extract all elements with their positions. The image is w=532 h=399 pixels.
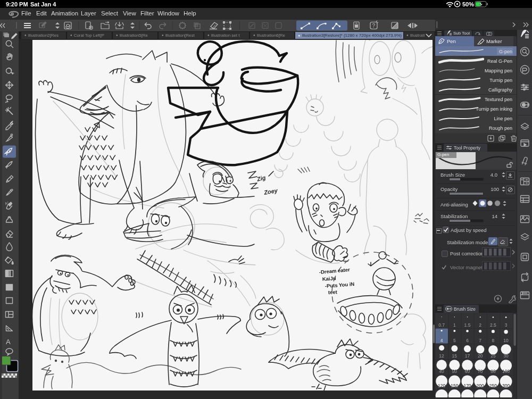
svg-text:300: 300 [502,383,510,388]
svg-text:800: 800 [489,396,497,397]
svg-text:70: 70 [478,369,483,374]
svg-text:20: 20 [478,353,483,359]
svg-text:KaiJu: KaiJu [322,275,336,282]
svg-text:-Puts You iN: -Puts You iN [325,281,354,289]
svg-text:Zoey: Zoey [263,187,278,196]
svg-text:8: 8 [492,337,495,343]
svg-text:1: 1 [453,322,456,327]
svg-text:2: 2 [479,322,481,327]
svg-text:1000: 1000 [501,396,511,397]
svg-text:25: 25 [491,353,496,359]
svg-text:80: 80 [491,369,496,374]
svg-text:40: 40 [439,369,444,374]
svg-text:10: 10 [503,337,509,343]
svg-text:170: 170 [463,383,471,388]
svg-text:60: 60 [465,369,470,374]
svg-text:17: 17 [465,353,470,359]
svg-text:200: 200 [477,383,484,388]
svg-text:15: 15 [452,353,458,359]
svg-text:30: 30 [503,353,509,359]
svg-text:2.5: 2.5 [490,322,496,327]
svg-text:1.5: 1.5 [464,322,471,327]
svg-text:150: 150 [451,383,458,388]
svg-text:Zig: Zig [256,174,267,182]
svg-text:teet: teet [328,289,338,295]
svg-text:600: 600 [463,396,471,397]
svg-text:12: 12 [439,353,444,359]
svg-text:4: 4 [440,337,443,343]
svg-text:120: 120 [438,383,445,388]
svg-text:3: 3 [505,322,508,327]
svg-text:A: A [6,338,11,346]
svg-text:5: 5 [453,337,456,343]
svg-text:?: ? [372,23,376,29]
svg-text:6: 6 [466,337,469,343]
svg-text:-Dream eater: -Dream eater [319,267,350,275]
svg-text:700: 700 [477,396,484,397]
svg-text:0.7: 0.7 [438,322,445,327]
svg-text:400: 400 [438,396,445,397]
svg-text:50%: 50% [462,1,474,7]
svg-text:50: 50 [452,369,458,374]
svg-text:250: 250 [489,383,497,388]
svg-text:100: 100 [502,369,510,374]
svg-text:500: 500 [451,396,458,397]
svg-text:7: 7 [479,337,481,343]
